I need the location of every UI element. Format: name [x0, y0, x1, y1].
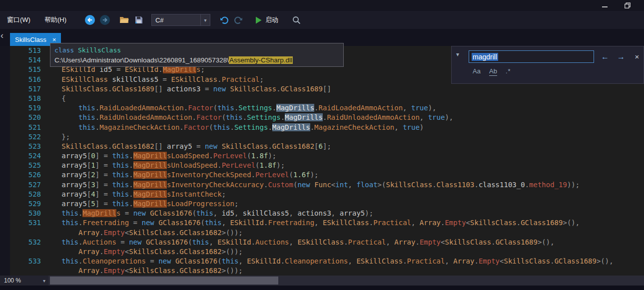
code-line[interactable]: 532 this.Auctions = new GClass1676(this,…: [10, 238, 644, 247]
line-number: 527: [10, 180, 49, 190]
redo-button[interactable]: [233, 13, 243, 26]
line-number: 533: [10, 257, 49, 266]
tab-close-icon[interactable]: ×: [52, 36, 56, 43]
code-line[interactable]: 529 array5[5] = this.MagDrillsLoadProgre…: [10, 199, 644, 209]
line-number: 526: [10, 170, 49, 180]
minimize-icon: [602, 3, 608, 8]
code-text: this.Freetrading = new GClass1676(this, …: [49, 218, 580, 228]
code-line[interactable]: Array.Empty<SkillsClass.GClass1682>());: [10, 228, 644, 238]
chevron-down-icon[interactable]: ▾: [200, 14, 210, 25]
open-folder-button[interactable]: [119, 13, 129, 26]
line-number: 517: [10, 84, 49, 94]
line-number: 528: [10, 190, 49, 199]
undo-icon: [219, 15, 229, 24]
code-text: this.RaidUnloadedAmmoAction.Factor(this.…: [49, 113, 453, 122]
line-number: 514: [10, 55, 49, 65]
redo-icon: [233, 15, 243, 24]
magnifier-icon: [292, 16, 301, 24]
find-previous-button[interactable]: ←: [599, 50, 612, 63]
code-line[interactable]: 526 array5[2] = this.MagDrillsInventoryC…: [10, 170, 644, 180]
code-line[interactable]: 528 array5[4] = this.MagDrillsInstantChe…: [10, 190, 644, 199]
menu-item-help[interactable]: 帮助(H): [37, 13, 73, 26]
search-query-text: magdrill: [472, 53, 498, 61]
match-case-toggle[interactable]: Aa: [473, 66, 481, 75]
code-line[interactable]: 524 array5[0] = this.MagDrillsLoadSpeed.…: [10, 151, 644, 161]
undo-button[interactable]: [219, 13, 229, 26]
line-number: 513: [10, 46, 49, 55]
menu-item-window[interactable]: 窗口(W): [0, 13, 37, 26]
start-button[interactable]: 启动: [255, 15, 278, 24]
code-text: array5[5] = this.MagDrillsLoadProgressio…: [49, 199, 238, 209]
start-button-label: 启动: [265, 15, 278, 24]
line-number: 531: [10, 218, 49, 228]
code-text: SkillsClass.GClass1689[] actions3 = new …: [49, 84, 331, 94]
code-text: {: [49, 94, 66, 103]
symbol-tooltip: class SkillsClass C:\Users\Administrator…: [50, 43, 344, 67]
find-next-button[interactable]: →: [615, 50, 628, 63]
code-text: array5[0] = this.MagDrillsLoadSpeed.PerL…: [49, 151, 276, 161]
search-toolbar-button[interactable]: [292, 13, 301, 26]
tooltip-keyword: class: [54, 46, 74, 54]
line-number: 518: [10, 94, 49, 103]
minimize-button[interactable]: [596, 0, 613, 11]
window-bottom-edge: [0, 286, 644, 290]
editor-left-margin: [0, 46, 10, 276]
code-line[interactable]: 520 this.RaidUnloadedAmmoAction.Factor(t…: [10, 113, 644, 122]
line-number: 522: [10, 132, 49, 142]
status-bar: 100 % ▾: [0, 276, 644, 286]
line-number: 516: [10, 75, 49, 84]
tab-overflow-chevron-icon[interactable]: ‹: [0, 31, 3, 40]
code-line[interactable]: 517 SkillsClass.GClass1689[] actions3 = …: [10, 84, 644, 94]
code-line[interactable]: 533 this.Cleanoperations = new GClass167…: [10, 257, 644, 266]
code-line[interactable]: 522 };: [10, 132, 644, 142]
code-text: };: [49, 132, 70, 142]
code-line[interactable]: 527 array5[3] = this.MagDrillsInventoryC…: [10, 180, 644, 190]
code-line[interactable]: 519 this.RaidLoadedAmmoAction.Factor(thi…: [10, 103, 644, 113]
nav-forward-icon: [99, 14, 110, 25]
code-line[interactable]: Array.Empty<SkillsClass.GClass1682>());: [10, 266, 644, 276]
app-window: 窗口(W) 帮助(H): [0, 0, 644, 290]
horizontal-scrollbar-thumb[interactable]: [50, 277, 278, 285]
code-text: array5[3] = this.MagDrillsInventoryCheck…: [49, 180, 580, 190]
code-text: array5[2] = this.MagDrillsInventoryCheck…: [49, 170, 319, 180]
line-number: 530: [10, 209, 49, 218]
chevron-down-icon: ▾: [43, 278, 45, 284]
tooltip-signature: class SkillsClass: [54, 45, 339, 55]
code-line[interactable]: 531 this.Freetrading = new GClass1676(th…: [10, 218, 644, 228]
line-number: 521: [10, 123, 49, 132]
code-text: ESkillClass skillClass5 = ESkillClass.Pr…: [49, 75, 264, 84]
nav-back-button[interactable]: [84, 13, 95, 26]
whole-word-toggle[interactable]: Ab: [489, 66, 497, 76]
code-text: this.Cleanoperations = new GClass1676(th…: [49, 257, 614, 266]
nav-forward-button[interactable]: [99, 13, 110, 26]
toolbar: C# ▾: [84, 13, 301, 26]
menu-toolbar-row: 窗口(W) 帮助(H): [0, 11, 644, 29]
tooltip-assembly-highlight: Assembly-CSharp.dll: [229, 56, 293, 64]
code-line[interactable]: Array.Empty<SkillsClass.GClass1682>());: [10, 247, 644, 257]
play-icon: [255, 16, 262, 24]
window-title-bar: [0, 0, 644, 11]
find-close-button[interactable]: ×: [631, 50, 644, 63]
language-combobox[interactable]: C# ▾: [151, 14, 210, 26]
code-line[interactable]: 525 array5[1] = this.MagDrillsUnloadSpee…: [10, 161, 644, 170]
search-input[interactable]: magdrill: [469, 50, 594, 63]
find-expand-chevron-icon[interactable]: ▾: [456, 51, 459, 58]
code-line[interactable]: 518 {: [10, 94, 644, 103]
code-text: array5[1] = this.MagDrillsUnloadSpeed.Pe…: [49, 161, 285, 170]
code-line[interactable]: 521 this.MagazineCheckAction.Factor(this…: [10, 123, 644, 132]
line-number: 520: [10, 113, 49, 122]
horizontal-scrollbar[interactable]: [48, 276, 644, 286]
code-line[interactable]: 530 this.MagDrills = new GClass1676(this…: [10, 209, 644, 218]
zoom-select[interactable]: 100 % ▾: [0, 276, 48, 286]
restore-button[interactable]: [619, 0, 636, 11]
line-number: [10, 266, 49, 276]
regex-toggle[interactable]: .*: [506, 66, 511, 75]
zoom-value: 100 %: [4, 277, 21, 284]
line-number: [10, 247, 49, 257]
language-combobox-value: C#: [152, 16, 200, 24]
line-number: [10, 228, 49, 238]
save-module-button[interactable]: [134, 13, 143, 26]
tab-title: SkillsClass: [15, 36, 46, 43]
code-text: this.MagDrills = new GClass1676(this, id…: [49, 209, 373, 218]
code-line[interactable]: 523 SkillsClass.GClass1682[] array5 = ne…: [10, 142, 644, 151]
